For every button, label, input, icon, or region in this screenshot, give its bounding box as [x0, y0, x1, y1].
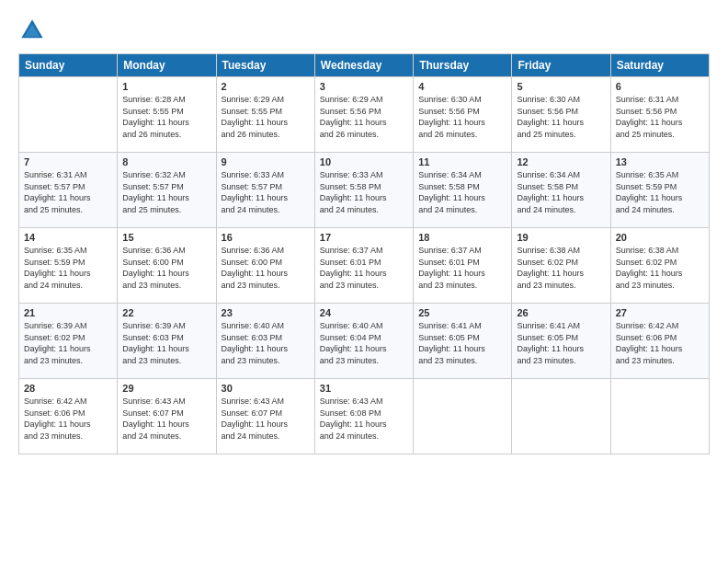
day-number: 13: [616, 156, 704, 167]
logo-icon: [18, 17, 46, 44]
calendar-cell: 10Sunrise: 6:33 AMSunset: 5:58 PMDayligh…: [314, 153, 413, 228]
day-number: 7: [24, 156, 112, 167]
day-number: 12: [517, 156, 605, 167]
header: [18, 17, 710, 44]
day-number: 27: [616, 307, 704, 318]
calendar-cell: 31Sunrise: 6:43 AMSunset: 6:08 PMDayligh…: [314, 379, 413, 454]
calendar-cell: 2Sunrise: 6:29 AMSunset: 5:55 PMDaylight…: [216, 77, 314, 153]
calendar-week-row: 21Sunrise: 6:39 AMSunset: 6:02 PMDayligh…: [19, 304, 710, 379]
calendar-cell: 13Sunrise: 6:35 AMSunset: 5:59 PMDayligh…: [610, 153, 709, 228]
calendar-cell: 4Sunrise: 6:30 AMSunset: 5:56 PMDaylight…: [414, 77, 512, 153]
calendar-cell: 23Sunrise: 6:40 AMSunset: 6:03 PMDayligh…: [216, 304, 314, 379]
calendar-cell: 8Sunrise: 6:32 AMSunset: 5:57 PMDaylight…: [118, 153, 216, 228]
weekday-header: Tuesday: [216, 54, 314, 77]
calendar-table: SundayMondayTuesdayWednesdayThursdayFrid…: [18, 53, 710, 454]
day-info: Sunrise: 6:33 AMSunset: 5:58 PMDaylight:…: [320, 169, 408, 215]
day-info: Sunrise: 6:34 AMSunset: 5:58 PMDaylight:…: [517, 169, 605, 215]
calendar-cell: 15Sunrise: 6:36 AMSunset: 6:00 PMDayligh…: [118, 228, 216, 304]
day-number: 8: [122, 156, 210, 167]
day-number: 14: [24, 232, 112, 243]
calendar-cell: 3Sunrise: 6:29 AMSunset: 5:56 PMDaylight…: [314, 77, 413, 153]
day-number: 2: [222, 81, 310, 92]
day-info: Sunrise: 6:36 AMSunset: 6:00 PMDaylight:…: [122, 245, 210, 291]
calendar-cell: 14Sunrise: 6:35 AMSunset: 5:59 PMDayligh…: [19, 228, 118, 304]
day-info: Sunrise: 6:40 AMSunset: 6:04 PMDaylight:…: [320, 320, 408, 366]
calendar-cell: 21Sunrise: 6:39 AMSunset: 6:02 PMDayligh…: [19, 304, 118, 379]
day-number: 20: [616, 232, 704, 243]
day-info: Sunrise: 6:30 AMSunset: 5:56 PMDaylight:…: [418, 94, 506, 140]
day-number: 28: [24, 383, 112, 394]
calendar-cell: [414, 379, 512, 454]
day-info: Sunrise: 6:39 AMSunset: 6:02 PMDaylight:…: [24, 320, 112, 366]
day-number: 18: [418, 232, 506, 243]
calendar-cell: 30Sunrise: 6:43 AMSunset: 6:07 PMDayligh…: [216, 379, 314, 454]
day-info: Sunrise: 6:33 AMSunset: 5:57 PMDaylight:…: [222, 169, 310, 215]
calendar-cell: 22Sunrise: 6:39 AMSunset: 6:03 PMDayligh…: [118, 304, 216, 379]
day-number: 30: [222, 383, 310, 394]
calendar-week-row: 7Sunrise: 6:31 AMSunset: 5:57 PMDaylight…: [19, 153, 710, 228]
day-info: Sunrise: 6:28 AMSunset: 5:55 PMDaylight:…: [122, 94, 210, 140]
day-number: 16: [222, 232, 310, 243]
calendar-cell: 27Sunrise: 6:42 AMSunset: 6:06 PMDayligh…: [610, 304, 709, 379]
day-info: Sunrise: 6:42 AMSunset: 6:06 PMDaylight:…: [616, 320, 704, 366]
weekday-header: Thursday: [414, 54, 512, 77]
day-number: 31: [320, 383, 408, 394]
day-info: Sunrise: 6:36 AMSunset: 6:00 PMDaylight:…: [222, 245, 310, 291]
calendar-cell: 19Sunrise: 6:38 AMSunset: 6:02 PMDayligh…: [512, 228, 610, 304]
day-number: 25: [418, 307, 506, 318]
day-number: 1: [122, 81, 210, 92]
calendar-cell: 6Sunrise: 6:31 AMSunset: 5:56 PMDaylight…: [610, 77, 709, 153]
day-info: Sunrise: 6:38 AMSunset: 6:02 PMDaylight:…: [616, 245, 704, 291]
day-number: 26: [517, 307, 605, 318]
calendar-cell: 9Sunrise: 6:33 AMSunset: 5:57 PMDaylight…: [216, 153, 314, 228]
day-info: Sunrise: 6:41 AMSunset: 6:05 PMDaylight:…: [418, 320, 506, 366]
calendar-week-row: 1Sunrise: 6:28 AMSunset: 5:55 PMDaylight…: [19, 77, 710, 153]
calendar-cell: [610, 379, 709, 454]
day-info: Sunrise: 6:37 AMSunset: 6:01 PMDaylight:…: [320, 245, 408, 291]
day-info: Sunrise: 6:31 AMSunset: 5:56 PMDaylight:…: [616, 94, 704, 140]
calendar-week-row: 28Sunrise: 6:42 AMSunset: 6:06 PMDayligh…: [19, 379, 710, 454]
calendar-cell: 5Sunrise: 6:30 AMSunset: 5:56 PMDaylight…: [512, 77, 610, 153]
day-info: Sunrise: 6:29 AMSunset: 5:55 PMDaylight:…: [222, 94, 310, 140]
day-number: 4: [418, 81, 506, 92]
logo: [18, 17, 50, 44]
day-info: Sunrise: 6:35 AMSunset: 5:59 PMDaylight:…: [24, 245, 112, 291]
day-info: Sunrise: 6:29 AMSunset: 5:56 PMDaylight:…: [320, 94, 408, 140]
calendar-cell: [19, 77, 118, 153]
weekday-header: Sunday: [19, 54, 118, 77]
day-info: Sunrise: 6:39 AMSunset: 6:03 PMDaylight:…: [122, 320, 210, 366]
day-info: Sunrise: 6:40 AMSunset: 6:03 PMDaylight:…: [222, 320, 310, 366]
day-number: 19: [517, 232, 605, 243]
day-number: 17: [320, 232, 408, 243]
day-info: Sunrise: 6:38 AMSunset: 6:02 PMDaylight:…: [517, 245, 605, 291]
day-number: 15: [122, 232, 210, 243]
day-info: Sunrise: 6:41 AMSunset: 6:05 PMDaylight:…: [517, 320, 605, 366]
day-number: 6: [616, 81, 704, 92]
calendar-cell: [512, 379, 610, 454]
calendar-cell: 26Sunrise: 6:41 AMSunset: 6:05 PMDayligh…: [512, 304, 610, 379]
calendar-cell: 12Sunrise: 6:34 AMSunset: 5:58 PMDayligh…: [512, 153, 610, 228]
calendar-cell: 17Sunrise: 6:37 AMSunset: 6:01 PMDayligh…: [314, 228, 413, 304]
day-number: 22: [122, 307, 210, 318]
day-number: 21: [24, 307, 112, 318]
day-info: Sunrise: 6:32 AMSunset: 5:57 PMDaylight:…: [122, 169, 210, 215]
day-number: 24: [320, 307, 408, 318]
calendar-cell: 24Sunrise: 6:40 AMSunset: 6:04 PMDayligh…: [314, 304, 413, 379]
day-info: Sunrise: 6:30 AMSunset: 5:56 PMDaylight:…: [517, 94, 605, 140]
calendar-header-row: SundayMondayTuesdayWednesdayThursdayFrid…: [19, 54, 710, 77]
day-number: 10: [320, 156, 408, 167]
calendar-cell: 11Sunrise: 6:34 AMSunset: 5:58 PMDayligh…: [414, 153, 512, 228]
day-info: Sunrise: 6:43 AMSunset: 6:08 PMDaylight:…: [320, 396, 408, 442]
page: SundayMondayTuesdayWednesdayThursdayFrid…: [0, 0, 728, 563]
day-number: 23: [222, 307, 310, 318]
day-info: Sunrise: 6:42 AMSunset: 6:06 PMDaylight:…: [24, 396, 112, 442]
day-info: Sunrise: 6:43 AMSunset: 6:07 PMDaylight:…: [122, 396, 210, 442]
day-number: 3: [320, 81, 408, 92]
day-number: 5: [517, 81, 605, 92]
calendar-cell: 18Sunrise: 6:37 AMSunset: 6:01 PMDayligh…: [414, 228, 512, 304]
day-info: Sunrise: 6:31 AMSunset: 5:57 PMDaylight:…: [24, 169, 112, 215]
calendar-cell: 28Sunrise: 6:42 AMSunset: 6:06 PMDayligh…: [19, 379, 118, 454]
weekday-header: Monday: [118, 54, 216, 77]
day-info: Sunrise: 6:37 AMSunset: 6:01 PMDaylight:…: [418, 245, 506, 291]
day-info: Sunrise: 6:35 AMSunset: 5:59 PMDaylight:…: [616, 169, 704, 215]
